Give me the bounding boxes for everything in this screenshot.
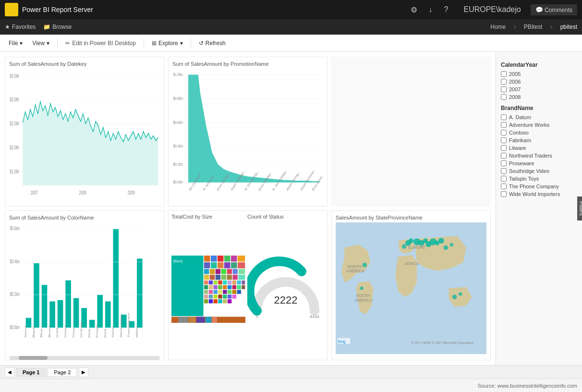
svg-rect-88 [218,262,224,269]
promo-chart-title: Sum of SalesAmount by PromotionName [172,61,323,67]
filter-checkbox-proseware[interactable] [501,160,507,166]
browse-btn[interactable]: 📁 Browse [43,24,72,30]
svg-text:$0.0bn: $0.0bn [173,179,183,185]
page-prev-button[interactable]: ◀ [5,368,14,377]
breadcrumb-report[interactable]: pbitest [560,24,577,30]
color-chart-box[interactable]: Sum of SalesAmount by ColorName $0.6bn $… [5,210,164,360]
refresh-button[interactable]: ↺ Refresh [195,38,230,49]
svg-rect-125 [209,290,213,294]
donut-container: Count of Status 2222 0 4444 [247,214,324,357]
page-2-button[interactable]: Page 2 [48,368,77,377]
svg-rect-141 [214,299,218,303]
svg-rect-149 [206,317,212,323]
filter-item-wide-world[interactable]: Wide World Importers [501,191,577,197]
line-chart-title: Sum of SalesAmount by Datekey [9,61,160,67]
filter-checkbox-litware[interactable] [501,145,507,151]
svg-text:2007: 2007 [31,190,38,196]
svg-text:NORTH: NORTH [347,264,362,269]
comments-button[interactable]: 💬 Comments [531,4,577,15]
filter-item-contoso[interactable]: Contoso [501,130,577,135]
line-chart-svg: $3.5M $3.0M $2.5M $2.0M $1.5M 2007 2008 … [9,69,160,200]
filter-item-adatum[interactable]: A. Datum [501,114,577,120]
svg-text:$3.0M: $3.0M [10,97,19,103]
filter-checkbox-2008[interactable] [501,94,507,100]
filter-item-southridge[interactable]: Southridge Video [501,168,577,174]
svg-rect-55 [113,229,119,328]
svg-rect-85 [238,256,245,262]
promo-chart-box[interactable]: Sum of SalesAmount by PromotionName $1.0… [168,57,327,207]
filter-checkbox-adatum[interactable] [501,114,507,120]
svg-text:4444: 4444 [310,314,319,319]
filter-checkbox-2005[interactable] [501,71,507,77]
svg-text:$0.0bn: $0.0bn [10,324,20,330]
download-icon[interactable]: ↓ [425,3,436,16]
filter-item-fabrikam[interactable]: Fabrikam [501,137,577,143]
filter-checkbox-2007[interactable] [501,86,507,92]
chevron-down-icon: ▾ [20,40,23,47]
svg-point-169 [438,238,444,244]
svg-rect-117 [214,285,218,289]
svg-point-176 [450,243,453,246]
svg-rect-136 [223,294,227,298]
filter-item-northwind[interactable]: Northwind Traders [501,153,577,159]
filter-item-proseware[interactable]: Proseware [501,160,577,166]
svg-text:Green: Green [64,325,67,338]
svg-rect-111 [228,281,231,284]
help-icon[interactable]: ? [440,3,452,16]
breadcrumb-folder[interactable]: PBItest [524,24,543,30]
filter-checkbox-southridge[interactable] [501,168,507,174]
svg-marker-16 [23,102,158,185]
filter-checkbox-fabrikam[interactable] [501,137,507,143]
svg-rect-89 [224,262,230,269]
treemap-donut-box[interactable]: TotalCost by Size (Blank) [168,210,327,360]
svg-rect-133 [209,294,213,298]
explore-menu-button[interactable]: ⊞ Explore ▾ [148,38,187,49]
page-1-button[interactable]: Page 1 [16,368,46,377]
edit-powerbi-button[interactable]: ✏ Edit in Power BI Desktop [61,38,140,49]
settings-icon[interactable]: ⚙ [407,3,421,16]
filter-checkbox-adventure-works[interactable] [501,122,507,128]
filter-item-2005[interactable]: 2005 [501,71,577,77]
svg-rect-78 [171,256,204,316]
view-menu-button[interactable]: View ▾ [28,38,53,49]
page-next-button[interactable]: ▶ [79,368,88,377]
svg-text:Grey: Grey [72,328,75,338]
svg-text:White: White [135,326,139,338]
file-menu-button[interactable]: File ▾ [5,38,26,49]
svg-text:Azure: Azure [24,325,27,338]
chevron-down-icon: ▾ [47,40,49,47]
map-chart-box[interactable]: SalesAmount by StateProvinceName [331,210,491,360]
filter-tab[interactable]: Filters [577,196,582,220]
filter-checkbox-wide-world[interactable] [501,191,507,197]
svg-marker-29 [188,74,319,182]
filter-item-2007[interactable]: 2007 [501,86,577,92]
filter-item-2008[interactable]: 2008 [501,94,577,100]
filter-item-adventure-works[interactable]: Adventure Works [501,122,577,128]
filter-checkbox-northwind[interactable] [501,153,507,159]
favorites-btn[interactable]: ★ Favorites [5,24,36,30]
filter-checkbox-2006[interactable] [501,79,507,85]
svg-rect-0 [8,10,10,13]
filter-checkbox-contoso[interactable] [501,130,507,135]
filter-checkbox-tailspin[interactable] [501,176,507,182]
svg-point-171 [363,263,367,268]
filter-item-2006[interactable]: 2006 [501,79,577,85]
app-logo: Power BI Report Server [5,3,93,16]
svg-rect-80 [204,256,210,262]
filter-item-tailspin[interactable]: Tailspin Toys [501,176,577,182]
svg-rect-140 [209,299,213,303]
svg-rect-91 [238,262,245,269]
toolbar: File ▾ View ▾ ✏ Edit in Power BI Desktop… [0,35,582,52]
scrollbar-horizontal[interactable] [9,356,160,360]
filter-item-phone-company[interactable]: The Phone Company [501,184,577,189]
svg-rect-147 [189,317,195,323]
svg-rect-83 [224,256,230,262]
breadcrumb-home[interactable]: Home [490,24,506,30]
svg-point-162 [409,238,413,243]
top-nav: Power BI Report Server ⚙ ↓ ? EUROPE\kade… [0,0,582,19]
filter-checkbox-phone-company[interactable] [501,184,507,189]
svg-text:$2.5M: $2.5M [10,121,19,127]
filter-item-litware[interactable]: Litware [501,145,577,151]
svg-rect-130 [232,290,236,294]
line-chart-box[interactable]: Sum of SalesAmount by Datekey $3.5M $3.0… [5,57,164,207]
